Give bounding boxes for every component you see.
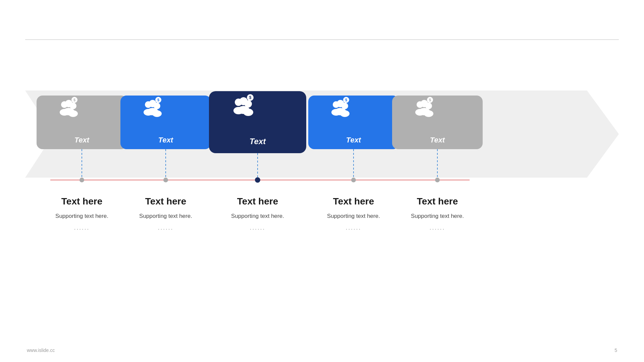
svg-text:Text here: Text here [333,196,374,206]
svg-text:......: ...... [430,225,445,231]
svg-point-7 [65,100,72,107]
slide-canvas: $ Text $ Text $ Text $ Text $ T [0,0,644,362]
svg-point-37 [337,100,344,107]
svg-text:Text: Text [74,136,90,144]
svg-point-48 [419,108,430,115]
svg-text:......: ...... [250,225,265,231]
svg-text:......: ...... [346,225,361,231]
svg-text:www.islide.cc: www.islide.cc [26,348,55,353]
svg-text:Text: Text [430,136,445,144]
svg-text:Text here: Text here [417,196,458,206]
svg-text:$: $ [157,98,159,102]
svg-point-62 [435,178,440,182]
svg-text:Text: Text [346,136,362,144]
svg-point-47 [421,100,428,107]
svg-text:Text here: Text here [61,196,102,206]
svg-point-27 [239,97,248,105]
svg-text:......: ...... [74,225,90,231]
svg-point-58 [79,178,84,182]
svg-text:Supporting text here.: Supporting text here. [411,213,464,219]
svg-text:......: ...... [158,225,173,231]
svg-text:Supporting text here.: Supporting text here. [55,213,108,219]
svg-text:Text here: Text here [145,196,186,206]
svg-point-28 [237,106,250,114]
svg-text:Supporting text here.: Supporting text here. [139,213,192,219]
svg-point-18 [147,108,158,115]
svg-text:Supporting text here.: Supporting text here. [327,213,380,219]
svg-text:$: $ [73,98,75,102]
svg-text:$: $ [345,98,347,102]
svg-point-17 [149,100,156,107]
svg-text:Text: Text [250,137,266,146]
svg-text:Text: Text [158,136,174,144]
svg-point-61 [351,178,356,182]
svg-text:$: $ [429,98,431,102]
svg-text:Text here: Text here [237,196,278,206]
svg-text:$: $ [249,95,252,100]
svg-point-59 [163,178,168,182]
svg-text:5: 5 [614,348,617,353]
svg-point-8 [63,108,74,115]
svg-point-38 [335,108,346,115]
svg-point-60 [255,177,260,183]
svg-text:Supporting text here.: Supporting text here. [231,213,284,219]
